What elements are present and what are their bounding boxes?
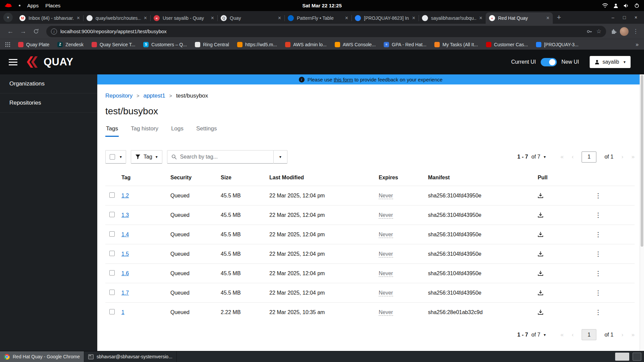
site-info-icon[interactable]: i (51, 28, 57, 35)
row-checkbox[interactable] (109, 212, 115, 217)
row-kebab-menu[interactable]: ⋮ (595, 250, 601, 257)
taskbar-window-terminal[interactable]: sbhavsar@sbhavsar-systemversio... (84, 351, 177, 362)
tag-link[interactable]: 1.3 (121, 212, 129, 218)
bookmark-item[interactable]: [PROJQUAY-3... (536, 42, 579, 47)
security-status[interactable]: Queued (166, 186, 217, 205)
row-kebab-menu[interactable]: ⋮ (595, 212, 601, 219)
workspace-other[interactable] (633, 353, 641, 361)
browser-tab[interactable]: sayalibhavsar/subqu... × (419, 12, 486, 24)
places-menu[interactable]: Places (45, 3, 60, 8)
expires-value[interactable]: Never (379, 232, 393, 238)
tab-close-icon[interactable]: × (345, 15, 348, 21)
tag-link[interactable]: 1.2 (121, 193, 129, 198)
window-minimize-button[interactable]: – (612, 15, 614, 20)
prev-page-button[interactable]: ‹ (572, 331, 574, 338)
hamburger-menu-icon[interactable] (9, 59, 17, 65)
search-input[interactable] (180, 154, 269, 160)
apps-menu[interactable]: Apps (27, 3, 39, 8)
security-status[interactable]: Queued (166, 205, 217, 225)
tag-link[interactable]: 1.4 (121, 232, 129, 237)
taskbar-window-chrome[interactable]: Red Hat Quay - Google Chrome (0, 351, 84, 362)
row-kebab-menu[interactable]: ⋮ (595, 309, 601, 316)
apps-grid-icon[interactable] (5, 42, 10, 47)
security-status[interactable]: Queued (166, 283, 217, 303)
bookmark-item[interactable]: Ring Central (195, 42, 229, 47)
system-tray[interactable] (602, 3, 639, 8)
first-page-button[interactable]: « (560, 331, 564, 338)
back-button[interactable]: ← (5, 26, 16, 37)
bookmark-item[interactable]: S Customers – Q... (143, 42, 187, 47)
sidebar-item[interactable]: Organizations (0, 74, 97, 94)
browser-tab[interactable]: PatternFly • Table × (284, 12, 352, 24)
forward-button[interactable]: → (17, 26, 29, 37)
repo-tab[interactable]: Tags (105, 125, 119, 137)
row-kebab-menu[interactable]: ⋮ (595, 289, 601, 296)
repo-tab[interactable]: Logs (170, 125, 184, 137)
page-number-input[interactable] (582, 329, 596, 340)
expires-value[interactable]: Never (379, 270, 393, 277)
row-checkbox[interactable] (109, 270, 115, 276)
browser-tab[interactable]: [PROJQUAY-8623] In... × (352, 12, 419, 24)
download-icon[interactable] (538, 193, 587, 198)
bookmark-item[interactable]: ≡ GPA - Red Hat... (384, 42, 426, 47)
row-checkbox[interactable] (109, 290, 115, 295)
bookmark-item[interactable]: Quay Service T... (92, 42, 135, 47)
security-status[interactable]: Queued (166, 225, 217, 244)
window-close-button[interactable]: × (635, 15, 637, 20)
browser-tab[interactable]: « Red Hat Quay × (486, 12, 553, 24)
last-page-button[interactable]: » (632, 331, 635, 338)
breadcrumb-repository[interactable]: Repository (105, 93, 132, 99)
tag-link[interactable]: 1.7 (121, 290, 129, 296)
tab-close-icon[interactable]: × (479, 15, 482, 21)
browser-tab[interactable]: « User sayalib - Quay × (150, 12, 217, 24)
filter-dropdown[interactable]: Tag ▾ (131, 150, 162, 164)
tab-search-button[interactable]: ▾ (3, 13, 13, 22)
bookmarks-overflow-icon[interactable]: » (636, 42, 639, 48)
download-icon[interactable] (538, 232, 587, 237)
expires-value[interactable]: Never (379, 309, 393, 316)
bookmark-item[interactable]: AWS Console... (335, 42, 376, 47)
download-icon[interactable] (538, 251, 587, 257)
expires-value[interactable]: Never (379, 193, 393, 199)
profile-avatar[interactable] (620, 27, 629, 36)
password-key-icon[interactable] (587, 29, 592, 34)
row-kebab-menu[interactable]: ⋮ (595, 270, 601, 277)
tag-link[interactable]: 1 (121, 309, 124, 315)
pagination-summary[interactable]: 1 - 7 of 7 ▾ (517, 154, 546, 160)
search-expand-button[interactable]: ▾ (273, 150, 287, 164)
download-icon[interactable] (538, 309, 587, 315)
new-tab-button[interactable]: + (557, 13, 561, 22)
page-scrollbar[interactable] (640, 74, 644, 351)
breadcrumb-namespace[interactable]: apptest1 (143, 93, 165, 99)
browser-tab[interactable]: Q Quay × (217, 12, 284, 24)
tab-close-icon[interactable]: × (144, 15, 147, 21)
tab-close-icon[interactable]: × (412, 15, 415, 21)
sidebar-item[interactable]: Repositories (0, 94, 97, 113)
ui-toggle-switch[interactable] (541, 58, 557, 66)
clock[interactable]: Sat Mar 22 12:25 (302, 3, 342, 8)
tag-link[interactable]: 1.5 (121, 251, 129, 257)
workspace-current[interactable] (615, 353, 629, 361)
row-kebab-menu[interactable]: ⋮ (595, 192, 601, 199)
tab-close-icon[interactable]: × (278, 15, 281, 21)
tab-close-icon[interactable]: × (546, 15, 549, 21)
last-page-button[interactable]: » (632, 154, 635, 160)
row-checkbox[interactable] (109, 309, 115, 314)
next-page-button[interactable]: › (622, 331, 624, 338)
repo-tab[interactable]: Settings (196, 125, 217, 137)
address-bar[interactable]: i localhost:9000/repository/apptest1/tes… (46, 26, 606, 37)
bulk-select-dropdown[interactable]: ▾ (105, 150, 126, 164)
browser-tab[interactable]: M Inbox (84) - sbhavsar... × (16, 12, 83, 24)
next-page-button[interactable]: › (622, 154, 624, 160)
scrollbar-thumb[interactable] (641, 75, 643, 247)
bookmark-item[interactable]: Customer Cas... (486, 42, 528, 47)
download-icon[interactable] (538, 212, 587, 218)
download-icon[interactable] (538, 270, 587, 276)
quay-logo[interactable]: QUAY (25, 56, 73, 68)
bookmark-item[interactable]: Quay Plate (18, 42, 49, 47)
tab-close-icon[interactable]: × (211, 15, 214, 21)
tab-close-icon[interactable]: × (77, 15, 80, 21)
bookmark-item[interactable]: My Tasks (All It... (434, 42, 478, 47)
expires-value[interactable]: Never (379, 290, 393, 296)
row-checkbox[interactable] (109, 192, 115, 198)
